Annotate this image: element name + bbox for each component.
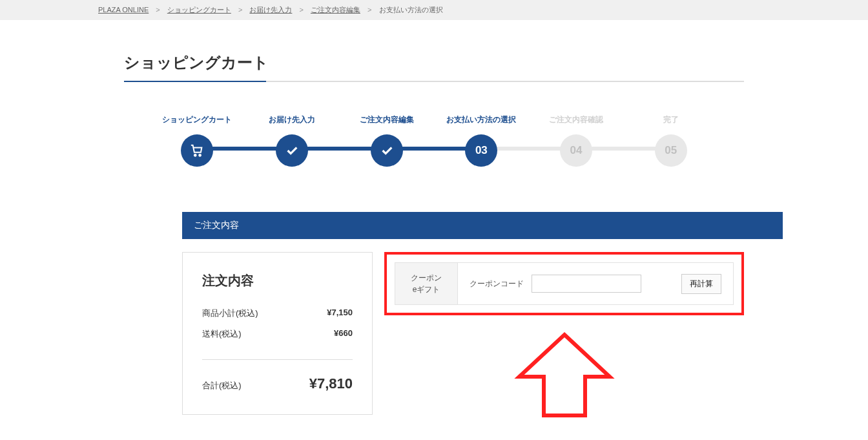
coupon-code-label: クーポンコード <box>470 278 524 289</box>
breadcrumb-link[interactable]: ショッピングカート <box>167 6 231 14</box>
breadcrumb-link[interactable]: お届け先入力 <box>249 6 292 14</box>
coupon-body: クーポンコード 再計算 <box>458 263 733 304</box>
progress-step-confirm: ご注文内容確認 04 <box>529 114 624 167</box>
breadcrumb-link[interactable]: PLAZA ONLINE <box>98 6 149 14</box>
breadcrumb-link[interactable]: ご注文内容編集 <box>311 6 360 14</box>
order-total-row: 合計(税込) ¥7,810 <box>202 375 353 392</box>
progress-step-edit: ご注文内容編集 <box>339 114 434 167</box>
coupon-code-input[interactable] <box>532 275 641 293</box>
check-icon <box>380 143 394 158</box>
svg-point-1 <box>200 154 202 156</box>
step-circle <box>181 134 213 167</box>
step-number: 04 <box>560 134 592 167</box>
step-circle <box>276 134 308 167</box>
order-shipping-row: 送料(税込) ¥660 <box>202 328 353 340</box>
shipping-value: ¥660 <box>334 328 353 340</box>
step-label: お届け先入力 <box>245 114 340 125</box>
shipping-label: 送料(税込) <box>202 328 242 340</box>
cart-icon <box>190 143 204 158</box>
order-subtotal-row: 商品小計(税込) ¥7,150 <box>202 308 353 319</box>
chevron-right-icon: > <box>299 6 303 14</box>
coupon-tab-line2: eギフト <box>411 284 442 295</box>
coupon-box: クーポン eギフト クーポンコード 再計算 <box>395 262 734 305</box>
breadcrumb: PLAZA ONLINE > ショッピングカート > お届け先入力 > ご注文内… <box>46 5 822 15</box>
step-label: ご注文内容編集 <box>339 114 434 125</box>
step-circle <box>371 134 403 167</box>
chevron-right-icon: > <box>156 6 160 14</box>
breadcrumb-bar: PLAZA ONLINE > ショッピングカート > お届け先入力 > ご注文内… <box>0 0 868 20</box>
progress-step-payment: お支払い方法の選択 03 <box>434 114 529 167</box>
step-number: 03 <box>465 134 497 167</box>
order-summary-title: 注文内容 <box>202 272 353 289</box>
divider <box>202 359 353 360</box>
progress-step-cart: ショッピングカート <box>150 114 245 167</box>
progress-step-complete: 完了 05 <box>623 114 718 167</box>
svg-point-0 <box>194 154 196 156</box>
check-icon <box>285 143 299 158</box>
breadcrumb-current: お支払い方法の選択 <box>379 6 443 14</box>
page-title: ショッピングカート <box>124 52 744 82</box>
step-label: お支払い方法の選択 <box>434 114 529 125</box>
progress-step-address: お届け先入力 <box>245 114 340 167</box>
coupon-area: クーポン eギフト クーポンコード 再計算 <box>384 252 744 425</box>
chevron-right-icon: > <box>238 6 242 14</box>
coupon-tab-line1: クーポン <box>411 272 442 284</box>
annotation-highlight-box: クーポン eギフト クーポンコード 再計算 <box>384 252 744 315</box>
subtotal-value: ¥7,150 <box>327 308 353 319</box>
step-number: 05 <box>655 134 687 167</box>
recalculate-button[interactable]: 再計算 <box>681 274 721 294</box>
subtotal-label: 商品小計(税込) <box>202 308 258 319</box>
total-label: 合計(税込) <box>202 380 242 392</box>
checkout-progress: ショッピングカート お届け先入力 ご注文内容編集 お支払い方法の選択 0 <box>150 114 718 167</box>
total-value: ¥7,810 <box>309 375 353 392</box>
order-summary-panel: 注文内容 商品小計(税込) ¥7,150 送料(税込) ¥660 合計(税込) … <box>182 252 373 415</box>
order-section-header: ご注文内容 <box>182 212 783 239</box>
coupon-tab[interactable]: クーポン eギフト <box>395 263 458 304</box>
chevron-right-icon: > <box>367 6 371 14</box>
step-label: ご注文内容確認 <box>529 114 624 125</box>
step-label: 完了 <box>623 114 718 125</box>
step-label: ショッピングカート <box>150 114 245 125</box>
annotation-arrow-icon <box>506 328 623 425</box>
